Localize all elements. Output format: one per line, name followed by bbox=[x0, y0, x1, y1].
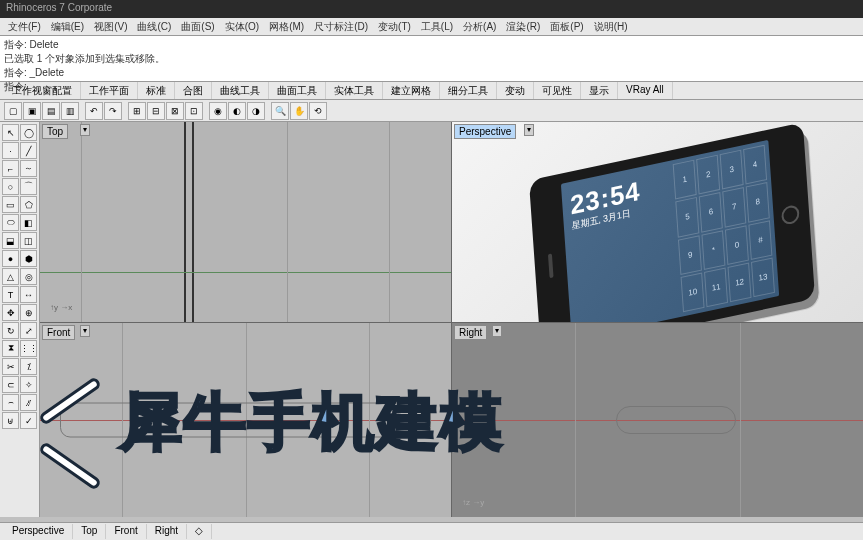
tool-fillet-icon[interactable]: ⌢ bbox=[2, 394, 19, 411]
tab-item[interactable]: 可见性 bbox=[534, 82, 581, 99]
tab-item[interactable]: 细分工具 bbox=[440, 82, 497, 99]
tab-item[interactable]: 曲面工具 bbox=[269, 82, 326, 99]
phone-body: 23:54 星期五, 3月1日 1 2 3 4 5 6 7 bbox=[529, 122, 815, 322]
tab-item[interactable]: 工作平面 bbox=[81, 82, 138, 99]
menu-item[interactable]: 渲染(R) bbox=[502, 19, 544, 34]
tool-dim-icon[interactable]: ↔ bbox=[20, 286, 37, 303]
status-tab[interactable]: Front bbox=[106, 524, 146, 539]
menu-item[interactable]: 变动(T) bbox=[374, 19, 415, 34]
viewport-label[interactable]: Right bbox=[454, 325, 487, 340]
tool-torus-icon[interactable]: ◎ bbox=[20, 268, 37, 285]
tool-circle-icon[interactable]: ○ bbox=[2, 178, 19, 195]
grid bbox=[40, 122, 451, 322]
status-tab[interactable]: ◇ bbox=[187, 524, 212, 539]
viewport-menu-icon[interactable]: ▾ bbox=[492, 325, 502, 337]
tool-print-icon[interactable]: ▥ bbox=[61, 102, 79, 120]
tool-save-icon[interactable]: ▤ bbox=[42, 102, 60, 120]
viewport-top[interactable]: Top ▾ ↑y →x bbox=[40, 122, 451, 322]
viewport-right[interactable]: Right ▾ ↑z →y bbox=[452, 323, 863, 517]
tool-layout3-icon[interactable]: ⊠ bbox=[166, 102, 184, 120]
tool-join-icon[interactable]: ⊂ bbox=[2, 376, 19, 393]
tool-rect-icon[interactable]: ▭ bbox=[2, 196, 19, 213]
tool-lasso-icon[interactable]: ◯ bbox=[20, 124, 37, 141]
tool-split-icon[interactable]: ⁒ bbox=[20, 358, 37, 375]
tool-box-icon[interactable]: ◫ bbox=[20, 232, 37, 249]
tool-analyze-icon[interactable]: ✓ bbox=[20, 412, 37, 429]
tool-cone-icon[interactable]: △ bbox=[2, 268, 19, 285]
tool-rotate2-icon[interactable]: ↻ bbox=[2, 322, 19, 339]
tool-trim-icon[interactable]: ✂ bbox=[2, 358, 19, 375]
tool-explode-icon[interactable]: ✧ bbox=[20, 376, 37, 393]
viewport-label[interactable]: Front bbox=[42, 325, 75, 340]
tool-select-icon[interactable]: ↖ bbox=[2, 124, 19, 141]
tool-layout-icon[interactable]: ⊞ bbox=[128, 102, 146, 120]
model-outline bbox=[616, 406, 736, 434]
tool-curve-icon[interactable]: ～ bbox=[20, 160, 37, 177]
tab-item[interactable]: 标准 bbox=[138, 82, 175, 99]
viewport-menu-icon[interactable]: ▾ bbox=[80, 325, 90, 337]
tool-rotate-icon[interactable]: ⟲ bbox=[309, 102, 327, 120]
tab-item[interactable]: 实体工具 bbox=[326, 82, 383, 99]
viewport-menu-icon[interactable]: ▾ bbox=[524, 124, 534, 136]
menu-item[interactable]: 曲线(C) bbox=[133, 19, 175, 34]
tool-mirror-icon[interactable]: ⧗ bbox=[2, 340, 19, 357]
phone-model: 23:54 星期五, 3月1日 1 2 3 4 5 6 7 bbox=[529, 122, 815, 322]
tool-arc-icon[interactable]: ⌒ bbox=[20, 178, 37, 195]
menu-item[interactable]: 尺寸标注(D) bbox=[310, 19, 372, 34]
tool-line-icon[interactable]: ╱ bbox=[20, 142, 37, 159]
tab-item[interactable]: 显示 bbox=[581, 82, 618, 99]
command-area[interactable]: 指令: Delete 已选取 1 个对象添加到选集或移除。 指令: _Delet… bbox=[0, 36, 863, 82]
menu-item[interactable]: 分析(A) bbox=[459, 19, 500, 34]
tool-undo-icon[interactable]: ↶ bbox=[85, 102, 103, 120]
tool-extrude-icon[interactable]: ⬓ bbox=[2, 232, 19, 249]
menu-item[interactable]: 曲面(S) bbox=[177, 19, 218, 34]
tab-item[interactable]: 曲线工具 bbox=[212, 82, 269, 99]
tool-point-icon[interactable]: · bbox=[2, 142, 19, 159]
menu-item[interactable]: 编辑(E) bbox=[47, 19, 88, 34]
tool-offset-icon[interactable]: ⫽ bbox=[20, 394, 37, 411]
tab-item[interactable]: VRay All bbox=[618, 82, 673, 99]
tool-sphere-icon[interactable]: ● bbox=[2, 250, 19, 267]
menu-item[interactable]: 面板(P) bbox=[546, 19, 587, 34]
viewport-label[interactable]: Top bbox=[42, 124, 68, 139]
tool-open-icon[interactable]: ▣ bbox=[23, 102, 41, 120]
tool-ellipse-icon[interactable]: ⬭ bbox=[2, 214, 19, 231]
viewport-label[interactable]: Perspective bbox=[454, 124, 516, 139]
tab-item[interactable]: 建立网格 bbox=[383, 82, 440, 99]
tool-surface-icon[interactable]: ◧ bbox=[20, 214, 37, 231]
tool-polygon-icon[interactable]: ⬠ bbox=[20, 196, 37, 213]
tool-move-icon[interactable]: ✥ bbox=[2, 304, 19, 321]
tab-item[interactable]: 变动 bbox=[497, 82, 534, 99]
tab-item[interactable]: 工作视窗配置 bbox=[4, 82, 81, 99]
tool-redo-icon[interactable]: ↷ bbox=[104, 102, 122, 120]
tool-layout2-icon[interactable]: ⊟ bbox=[147, 102, 165, 120]
menu-item[interactable]: 文件(F) bbox=[4, 19, 45, 34]
menu-item[interactable]: 网格(M) bbox=[265, 19, 308, 34]
status-tab[interactable]: Perspective bbox=[4, 524, 73, 539]
tool-copy-icon[interactable]: ⊕ bbox=[20, 304, 37, 321]
tool-shade-icon[interactable]: ◐ bbox=[228, 102, 246, 120]
status-tab[interactable]: Right bbox=[147, 524, 187, 539]
tool-render-icon[interactable]: ◉ bbox=[209, 102, 227, 120]
tool-pan-icon[interactable]: ✋ bbox=[290, 102, 308, 120]
tool-cylinder-icon[interactable]: ⬢ bbox=[20, 250, 37, 267]
viewport-menu-icon[interactable]: ▾ bbox=[80, 124, 90, 136]
key: 2 bbox=[696, 155, 720, 195]
tool-array-icon[interactable]: ⋮⋮ bbox=[20, 340, 37, 357]
menu-item[interactable]: 视图(V) bbox=[90, 19, 131, 34]
tool-wire-icon[interactable]: ◑ bbox=[247, 102, 265, 120]
tool-layout4-icon[interactable]: ⊡ bbox=[185, 102, 203, 120]
key: 8 bbox=[746, 182, 770, 222]
tool-zoom-icon[interactable]: 🔍 bbox=[271, 102, 289, 120]
menu-item[interactable]: 工具(L) bbox=[417, 19, 457, 34]
tool-boolean-icon[interactable]: ⊎ bbox=[2, 412, 19, 429]
tool-new-icon[interactable]: ▢ bbox=[4, 102, 22, 120]
tool-polyline-icon[interactable]: ⌐ bbox=[2, 160, 19, 177]
menu-item[interactable]: 说明(H) bbox=[590, 19, 632, 34]
status-tab[interactable]: Top bbox=[73, 524, 106, 539]
viewport-perspective[interactable]: Perspective ▾ 23:54 星期五, 3月1日 1 bbox=[452, 122, 863, 322]
tab-item[interactable]: 合图 bbox=[175, 82, 212, 99]
menu-item[interactable]: 实体(O) bbox=[221, 19, 263, 34]
tool-text-icon[interactable]: T bbox=[2, 286, 19, 303]
tool-scale-icon[interactable]: ⤢ bbox=[20, 322, 37, 339]
